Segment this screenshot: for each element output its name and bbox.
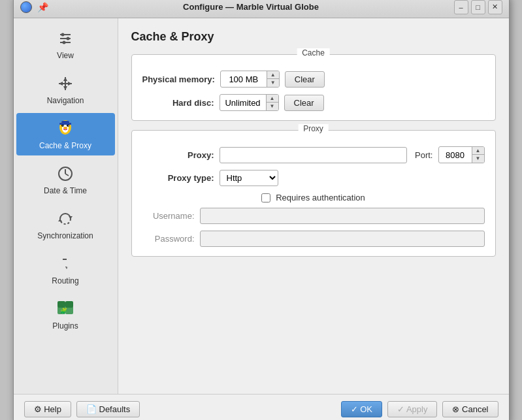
defaults-label: Defaults bbox=[99, 404, 131, 414]
help-label: Help bbox=[44, 404, 61, 414]
datetime-icon bbox=[55, 163, 76, 184]
password-label: Password: bbox=[142, 234, 195, 244]
hard-disc-label: Hard disc: bbox=[142, 98, 214, 108]
svg-point-16 bbox=[63, 125, 63, 126]
proxy-input[interactable] bbox=[220, 147, 408, 163]
close-button[interactable]: ✕ bbox=[488, 0, 502, 14]
sidebar-item-view[interactable]: View bbox=[16, 23, 115, 65]
proxy-row: Proxy: Port: ▲ ▼ bbox=[142, 146, 485, 163]
sidebar-item-cache[interactable]: Cache & Proxy bbox=[16, 113, 115, 155]
sidebar-item-plugins[interactable]: 🧩 Plugins bbox=[16, 293, 115, 336]
defaults-icon: 📄 bbox=[86, 404, 97, 414]
svg-marker-9 bbox=[63, 86, 67, 90]
svg-point-18 bbox=[63, 127, 67, 129]
proxy-group-title: Proxy bbox=[298, 124, 329, 133]
svg-point-5 bbox=[63, 41, 66, 44]
port-label: Port: bbox=[415, 150, 432, 160]
username-label: Username: bbox=[142, 211, 195, 221]
ok-button[interactable]: ✓ OK bbox=[341, 401, 382, 417]
svg-rect-20 bbox=[59, 123, 71, 125]
titlebar-left: 📌 bbox=[20, 1, 48, 13]
username-row: Username: bbox=[142, 208, 485, 224]
main-window: 📌 Configure — Marble Virtual Globe – □ ✕ bbox=[13, 0, 510, 420]
window-title: Configure — Marble Virtual Globe bbox=[48, 2, 454, 12]
cancel-button[interactable]: ⊗ Cancel bbox=[442, 401, 498, 417]
cache-icon bbox=[55, 118, 76, 139]
sidebar-item-sync[interactable]: Synchronization bbox=[16, 203, 115, 246]
svg-rect-29 bbox=[57, 301, 65, 308]
sync-icon bbox=[55, 208, 76, 229]
requires-auth-row: Requires authentication bbox=[142, 193, 485, 202]
help-button[interactable]: ⚙ Help bbox=[24, 401, 71, 417]
proxy-group: Proxy Proxy: Port: ▲ ▼ bbox=[131, 130, 496, 257]
port-down-arrow[interactable]: ▼ bbox=[472, 155, 484, 163]
sidebar-item-datetime[interactable]: Date & Time bbox=[16, 158, 115, 201]
maximize-button[interactable]: □ bbox=[471, 0, 485, 14]
sidebar-item-cache-label: Cache & Proxy bbox=[39, 141, 91, 150]
sidebar-item-navigation[interactable]: Navigation bbox=[16, 68, 115, 110]
spinbox-arrows-disc: ▲ ▼ bbox=[266, 95, 278, 110]
sidebar-item-view-label: View bbox=[57, 51, 74, 60]
sidebar-item-navigation-label: Navigation bbox=[47, 96, 84, 105]
sidebar-item-routing-label: Routing bbox=[52, 276, 78, 285]
svg-line-23 bbox=[65, 174, 69, 176]
svg-point-3 bbox=[67, 37, 70, 40]
physical-memory-input[interactable] bbox=[221, 73, 267, 86]
port-up-arrow[interactable]: ▲ bbox=[472, 147, 484, 155]
port-input[interactable] bbox=[439, 148, 472, 162]
app-icon bbox=[20, 1, 32, 13]
svg-marker-10 bbox=[59, 82, 63, 86]
svg-point-17 bbox=[68, 125, 69, 126]
sidebar: View Navigation bbox=[14, 18, 118, 394]
memory-down-arrow[interactable]: ▼ bbox=[267, 79, 279, 87]
svg-marker-24 bbox=[69, 216, 73, 219]
password-row: Password: bbox=[142, 231, 485, 247]
svg-marker-25 bbox=[58, 219, 62, 221]
minimize-button[interactable]: – bbox=[454, 0, 468, 14]
memory-up-arrow[interactable]: ▲ bbox=[267, 71, 279, 79]
plugins-icon: 🧩 bbox=[55, 299, 76, 319]
password-input[interactable] bbox=[200, 231, 485, 247]
content-area: Cache & Proxy Cache Physical memory: ▲ ▼ bbox=[118, 18, 509, 394]
proxy-group-content: Proxy: Port: ▲ ▼ Proxy typ bbox=[132, 136, 495, 256]
sidebar-item-routing[interactable]: Routing bbox=[16, 248, 115, 291]
sidebar-item-datetime-label: Date & Time bbox=[44, 186, 87, 195]
hard-disc-input[interactable] bbox=[220, 96, 266, 110]
proxy-type-row: Proxy type: Http Socks5 None bbox=[142, 170, 485, 186]
defaults-button[interactable]: 📄 Defaults bbox=[76, 401, 140, 417]
proxy-type-label: Proxy type: bbox=[142, 173, 214, 183]
svg-marker-11 bbox=[68, 82, 72, 86]
view-icon bbox=[55, 28, 76, 49]
cache-group: Cache Physical memory: ▲ ▼ Clear bbox=[131, 54, 496, 121]
physical-memory-spinbox[interactable]: ▲ ▼ bbox=[220, 71, 280, 88]
proxy-type-select[interactable]: Http Socks5 None bbox=[220, 170, 278, 186]
port-spinbox[interactable]: ▲ ▼ bbox=[438, 146, 485, 163]
requires-auth-checkbox[interactable] bbox=[261, 193, 270, 202]
disc-down-arrow[interactable]: ▼ bbox=[267, 103, 278, 110]
username-input[interactable] bbox=[200, 208, 485, 224]
bottom-bar: ⚙ Help 📄 Defaults ✓ OK ✓ Apply ⊗ Cancel bbox=[14, 394, 509, 420]
hard-disc-row: Hard disc: ▲ ▼ Clear bbox=[142, 94, 485, 111]
spinbox-arrows-memory: ▲ ▼ bbox=[267, 71, 279, 87]
physical-memory-label: Physical memory: bbox=[142, 74, 215, 84]
clear-disc-button[interactable]: Clear bbox=[284, 95, 324, 111]
spinbox-arrows-port: ▲ ▼ bbox=[472, 147, 484, 163]
cache-group-title: Cache bbox=[297, 48, 330, 57]
clear-memory-button[interactable]: Clear bbox=[285, 71, 325, 88]
svg-marker-8 bbox=[63, 77, 67, 81]
cache-group-content: Physical memory: ▲ ▼ Clear Hard disc: bbox=[132, 60, 495, 120]
sidebar-item-sync-label: Synchronization bbox=[37, 231, 93, 240]
svg-rect-30 bbox=[65, 301, 73, 308]
help-icon: ⚙ bbox=[34, 404, 42, 414]
pin-icon: 📌 bbox=[37, 2, 48, 12]
apply-button[interactable]: ✓ Apply bbox=[387, 401, 437, 417]
sidebar-item-plugins-label: Plugins bbox=[52, 321, 78, 331]
disc-up-arrow[interactable]: ▲ bbox=[267, 95, 278, 103]
navigation-icon bbox=[55, 73, 76, 94]
routing-icon bbox=[55, 253, 76, 274]
hard-disc-spinbox[interactable]: ▲ ▼ bbox=[220, 94, 279, 111]
titlebar-buttons: – □ ✕ bbox=[454, 0, 502, 14]
requires-auth-label[interactable]: Requires authentication bbox=[276, 193, 365, 202]
proxy-label: Proxy: bbox=[142, 150, 214, 160]
physical-memory-row: Physical memory: ▲ ▼ Clear bbox=[142, 71, 485, 88]
